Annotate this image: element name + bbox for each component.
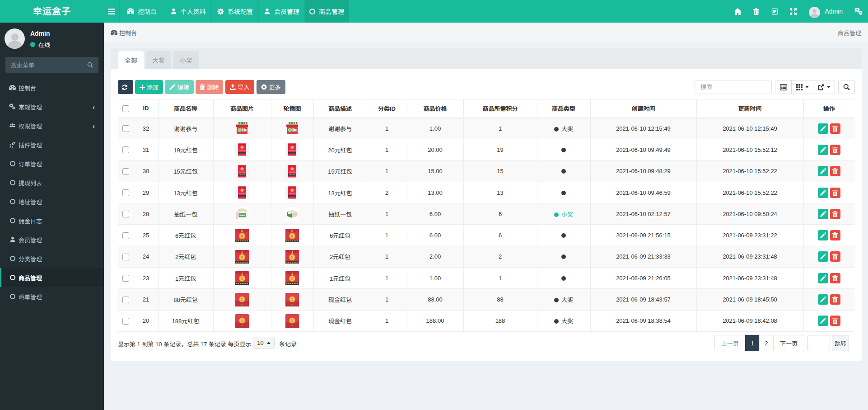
svg-text:1: 1 — [291, 272, 293, 275]
svg-text:1: 1 — [241, 272, 243, 275]
svg-text:6: 6 — [241, 229, 243, 232]
svg-text:6: 6 — [291, 229, 293, 232]
svg-text:2: 2 — [291, 251, 293, 254]
svg-text:2: 2 — [241, 251, 243, 254]
